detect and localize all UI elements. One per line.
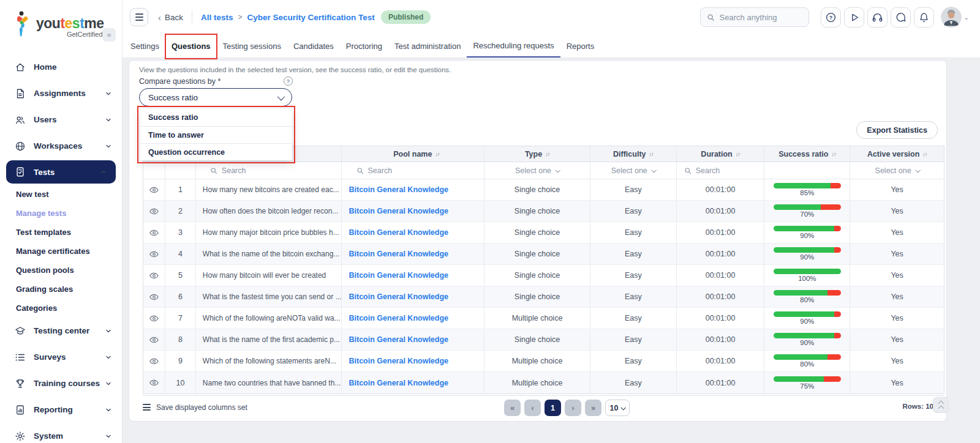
question-text: Which of the following statements areN..… — [196, 351, 342, 371]
success-ratio-cell: 100% — [764, 269, 850, 282]
tab-reports[interactable]: Reports — [560, 34, 601, 58]
question-duration: 00:01:00 — [677, 201, 765, 222]
compare-selected-value: Success ratio — [148, 93, 198, 102]
sidebar-item-manage-certificates[interactable]: Manage certificates — [0, 242, 122, 261]
tab-questions[interactable]: Questions — [165, 34, 217, 58]
sidebar-item-grading-scales[interactable]: Grading scales — [0, 280, 122, 299]
active-version: Yes — [850, 265, 944, 286]
pool-name-link[interactable]: Bitcoin General Knowledge — [349, 185, 449, 194]
export-statistics-button[interactable]: Export Statistics — [856, 121, 938, 139]
global-search[interactable] — [700, 7, 809, 27]
hamburger-menu-button[interactable] — [130, 8, 148, 26]
active-version: Yes — [850, 244, 944, 264]
success-ratio-value: 90% — [800, 340, 814, 346]
compare-help-icon[interactable]: ? — [284, 76, 293, 86]
header-success-ratio[interactable]: Success ratio↓↑ — [764, 146, 850, 162]
pool-name-link[interactable]: Bitcoin General Knowledge — [349, 379, 449, 387]
next-page-button[interactable]: › — [565, 400, 581, 416]
previous-page-button[interactable]: ‹ — [524, 400, 541, 416]
question-number: 5 — [165, 265, 196, 286]
first-page-button[interactable]: « — [504, 400, 521, 416]
filter-question-search[interactable]: Search — [203, 166, 341, 175]
compare-questions-select[interactable]: Success ratio — [139, 88, 292, 106]
dropdown-option-question-occurrence[interactable]: Question occurrence — [140, 143, 292, 160]
tutorials-button[interactable] — [844, 7, 864, 28]
back-button[interactable]: ‹ Back — [158, 12, 183, 23]
user-menu[interactable]: ⌄ — [941, 7, 969, 28]
sidebar-item-tests[interactable]: Tests — [6, 160, 116, 184]
dropdown-option-time-to-answer[interactable]: Time to answer — [140, 126, 292, 143]
support-button[interactable] — [867, 7, 888, 28]
page-size-select[interactable]: 10 — [605, 400, 630, 416]
dropdown-option-success-ratio[interactable]: Success ratio — [140, 109, 292, 126]
question-duration: 00:01:00 — [677, 308, 765, 329]
view-question-button[interactable] — [149, 249, 159, 259]
header-difficulty[interactable]: Difficulty↓↑ — [590, 146, 677, 162]
messages-button[interactable] — [891, 7, 911, 28]
pool-name-link[interactable]: Bitcoin General Knowledge — [349, 250, 449, 258]
tab-test-administration[interactable]: Test administration — [388, 34, 467, 58]
filter-pool-search[interactable]: Search — [349, 166, 484, 175]
header-type[interactable]: Type↓↑ — [484, 146, 590, 162]
header-pool-name[interactable]: Pool name↓↑ — [342, 146, 485, 162]
filter-duration-search[interactable]: Search — [677, 166, 764, 175]
breadcrumb-all-tests[interactable]: All tests — [201, 13, 233, 22]
sidebar-item-new-test[interactable]: New test — [0, 185, 122, 204]
filter-difficulty-select[interactable]: Select one — [590, 166, 676, 175]
filter-active-version-select[interactable]: Select one — [850, 166, 944, 175]
sidebar-item-assignments[interactable]: Assignments — [0, 80, 122, 106]
sidebar-item-system[interactable]: System — [0, 423, 122, 443]
save-columns-button[interactable]: Save displayed columns set — [143, 403, 247, 412]
tab-candidates[interactable]: Candidates — [287, 34, 340, 58]
sidebar-item-manage-tests[interactable]: Manage tests — [0, 204, 122, 223]
sidebar-item-question-pools[interactable]: Question pools — [0, 261, 122, 280]
header-active-version[interactable]: Active version↓↑ — [850, 146, 944, 162]
sidebar-item-test-templates[interactable]: Test templates — [0, 223, 122, 242]
view-question-button[interactable] — [149, 185, 159, 195]
view-question-button[interactable] — [149, 270, 159, 281]
pool-name-link[interactable]: Bitcoin General Knowledge — [349, 357, 449, 365]
question-difficulty: Easy — [590, 201, 677, 222]
pool-name-link[interactable]: Bitcoin General Knowledge — [349, 314, 449, 322]
scroll-to-top-button[interactable] — [933, 397, 949, 413]
sidebar-item-users[interactable]: Users — [0, 106, 122, 133]
view-question-button[interactable] — [149, 313, 159, 324]
sidebar-item-workspaces[interactable]: Workspaces — [0, 133, 122, 159]
search-input[interactable] — [720, 13, 799, 22]
question-difficulty: Easy — [590, 265, 677, 286]
question-number: 4 — [165, 244, 196, 264]
sidebar-item-reporting[interactable]: Reporting — [0, 396, 122, 423]
pool-name-link[interactable]: Bitcoin General Knowledge — [349, 271, 449, 280]
view-question-button[interactable] — [149, 206, 159, 217]
sidebar-item-home[interactable]: Home — [0, 54, 122, 80]
view-question-button[interactable] — [149, 378, 159, 388]
header-duration[interactable]: Duration↓↑ — [677, 146, 765, 162]
view-question-button[interactable] — [149, 228, 159, 238]
tab-testing-sessions[interactable]: Testing sessions — [217, 34, 287, 58]
filter-type-select[interactable]: Select one — [484, 166, 590, 175]
sidebar-collapse-button[interactable]: « — [102, 28, 116, 42]
question-type: Single choice — [484, 179, 590, 200]
sidebar-item-testing-center[interactable]: Testing center — [0, 318, 122, 344]
tab-proctoring[interactable]: Proctoring — [340, 34, 388, 58]
last-page-button[interactable]: » — [585, 400, 601, 416]
notifications-button[interactable] — [914, 7, 934, 28]
page-1-button[interactable]: 1 — [545, 400, 561, 416]
tab-settings[interactable]: Settings — [124, 34, 165, 58]
pool-name-link[interactable]: Bitcoin General Knowledge — [349, 335, 449, 344]
pool-name-link[interactable]: Bitcoin General Knowledge — [349, 207, 449, 215]
view-question-button[interactable] — [149, 335, 159, 345]
sidebar-item-surveys[interactable]: Surveys — [0, 344, 122, 370]
view-question-button[interactable] — [149, 292, 159, 302]
sidebar-item-training-courses[interactable]: Training courses — [0, 370, 122, 396]
sidebar-item-categories[interactable]: Categories — [0, 299, 122, 318]
breadcrumb-current-test[interactable]: Cyber Security Certification Test — [247, 13, 375, 22]
sort-icon: ↓↑ — [831, 151, 835, 157]
status-badge: Published — [381, 10, 431, 24]
help-button[interactable]: ? — [821, 7, 841, 28]
pool-name-link[interactable]: Bitcoin General Knowledge — [349, 228, 449, 237]
view-question-button[interactable] — [149, 356, 159, 367]
table-row: 6What is the fastest time you can send o… — [143, 286, 944, 308]
tab-rescheduling-requests[interactable]: Rescheduling requests — [467, 34, 560, 58]
pool-name-link[interactable]: Bitcoin General Knowledge — [349, 292, 449, 301]
